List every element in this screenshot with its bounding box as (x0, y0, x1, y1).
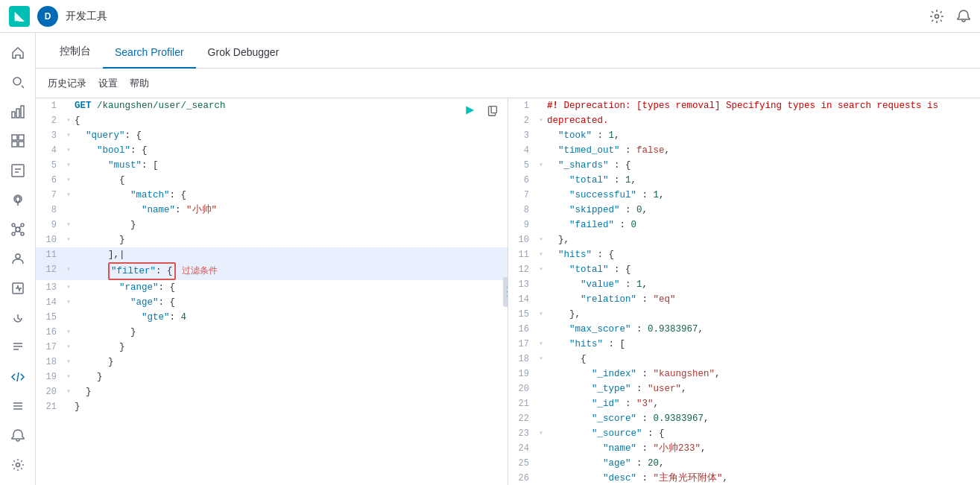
code-line: 21 } (36, 399, 508, 414)
main-layout: 控制台 Search Profiler Grok Debugger 历史记录 设… (0, 33, 980, 485)
code-line: 18 ▾ } (36, 355, 508, 370)
result-line: 3 "took" : 1, (508, 128, 980, 143)
sidebar (0, 33, 36, 485)
result-line: 19 "_index" : "kaungshen", (508, 367, 980, 381)
result-line: 10 ▾ }, (508, 232, 980, 247)
svg-point-13 (21, 224, 24, 226)
sidebar-item-maps[interactable] (3, 186, 33, 215)
svg-rect-4 (21, 106, 24, 118)
sidebar-item-home[interactable] (3, 39, 33, 67)
result-line: 16 "max_score" : 0.9383967, (508, 322, 980, 337)
code-line: 13 ▾ "range": { (36, 280, 508, 295)
result-line: 7 "successful" : 1, (508, 188, 980, 203)
sidebar-item-settings[interactable] (3, 451, 33, 479)
code-line: 5 ▾ "must": [ (36, 158, 508, 173)
nav-tabs: 控制台 Search Profiler Grok Debugger (36, 33, 980, 69)
result-line: 12 ▾ "total" : { (508, 262, 980, 277)
settings-icon[interactable] (929, 9, 944, 24)
tab-search-profiler[interactable]: Search Profiler (103, 37, 196, 69)
svg-point-14 (12, 232, 15, 235)
settings-button[interactable]: 设置 (98, 74, 118, 93)
result-line: 23 ▾ "_source" : { (508, 426, 980, 441)
code-line: 11 ],| (36, 247, 508, 262)
sidebar-item-apm[interactable] (3, 274, 33, 302)
result-line: 24 "name" : "小帅233", (508, 441, 980, 456)
result-line: 2 ▾ deprecated. (508, 113, 980, 128)
sidebar-item-canvas[interactable] (3, 156, 33, 185)
right-code-editor[interactable]: 1 #! Deprecation: [types removal] Specif… (508, 98, 980, 485)
copy-curl-button[interactable] (484, 101, 502, 119)
tab-console[interactable]: 控制台 (48, 36, 103, 69)
svg-point-0 (935, 14, 939, 18)
sidebar-item-logs[interactable] (3, 333, 33, 361)
code-line: 1 GET /kaungshen/user/_search (36, 98, 508, 113)
help-button[interactable]: 帮助 (130, 74, 149, 93)
code-line: 6 ▾ { (36, 173, 508, 188)
result-line: 13 "value" : 1, (508, 277, 980, 292)
left-editor-panel: 1 GET /kaungshen/user/_search 2 ▾ { 3 ▾ (36, 98, 508, 485)
svg-rect-2 (12, 112, 15, 118)
result-line: 17 ▾ "hits" : [ (508, 337, 980, 352)
result-line: 14 "relation" : "eq" (508, 292, 980, 307)
user-avatar[interactable]: D (37, 6, 58, 27)
sidebar-item-visualize[interactable] (3, 98, 33, 126)
result-line: 11 ▾ "hits" : { (508, 247, 980, 262)
editor-actions (460, 101, 502, 119)
code-line: 19 ▾ } (36, 370, 508, 384)
code-line: 10 ▾ } (36, 232, 508, 247)
result-line: 18 ▾ { (508, 352, 980, 367)
result-line: 5 ▾ "_shards" : { (508, 158, 980, 173)
result-line: 15 ▾ }, (508, 307, 980, 322)
result-line: 22 "_score" : 0.9383967, (508, 411, 980, 426)
code-line-filter: 12 ▾ "filter": {过滤条件 (36, 262, 508, 280)
sidebar-item-alert[interactable] (3, 422, 33, 450)
kibana-logo (9, 6, 30, 27)
tab-grok-debugger[interactable]: Grok Debugger (196, 37, 291, 69)
notifications-icon[interactable] (956, 9, 971, 24)
left-code-editor[interactable]: 1 GET /kaungshen/user/_search 2 ▾ { 3 ▾ (36, 98, 508, 485)
sidebar-item-dashboard[interactable] (3, 127, 33, 156)
code-line: 4 ▾ "bool": { (36, 143, 508, 158)
toolbar: 历史记录 设置 帮助 (36, 69, 980, 98)
result-line: 21 "_id" : "3", (508, 396, 980, 411)
sidebar-item-stack-management[interactable] (3, 392, 33, 420)
svg-rect-7 (12, 142, 17, 147)
sidebar-item-dev-tools[interactable] (3, 363, 33, 391)
result-line: 9 "failed" : 0 (508, 218, 980, 232)
svg-point-15 (21, 232, 24, 235)
app-title: 开发工具 (66, 10, 922, 23)
sidebar-item-ml[interactable] (3, 215, 33, 244)
svg-point-16 (16, 254, 20, 259)
svg-rect-6 (19, 135, 24, 140)
content-area: 控制台 Search Profiler Grok Debugger 历史记录 设… (36, 33, 980, 485)
code-line: 20 ▾ } (36, 384, 508, 399)
result-line: 1 #! Deprecation: [types removal] Specif… (508, 98, 980, 113)
result-line: 6 "total" : 1, (508, 173, 980, 188)
result-line: 25 "age" : 20, (508, 456, 980, 471)
run-button[interactable] (460, 101, 478, 119)
code-line: 3 ▾ "query": { (36, 128, 508, 143)
sidebar-item-discover[interactable] (3, 69, 33, 97)
result-line: 26 "desc" : "主角光环附体", (508, 471, 980, 485)
svg-point-18 (16, 463, 19, 467)
panel-resize-handle[interactable] (503, 277, 508, 307)
top-bar-actions (929, 9, 971, 24)
svg-rect-9 (12, 165, 24, 177)
code-line: 14 ▾ "age": { (36, 295, 508, 310)
result-line: 8 "skipped" : 0, (508, 203, 980, 218)
right-result-panel: 1 #! Deprecation: [types removal] Specif… (508, 98, 980, 485)
svg-rect-3 (16, 109, 19, 118)
code-line: 17 ▾ } (36, 340, 508, 355)
code-line: 8 "name": "小帅" (36, 203, 508, 218)
sidebar-item-uptime[interactable] (3, 304, 33, 332)
code-line: 2 ▾ { (36, 113, 508, 128)
svg-point-12 (12, 224, 15, 226)
svg-rect-5 (12, 135, 17, 140)
history-button[interactable]: 历史记录 (48, 74, 86, 93)
svg-rect-8 (19, 142, 24, 147)
top-bar: D 开发工具 (0, 0, 980, 33)
code-line: 15 "gte": 4 (36, 310, 508, 325)
editor-container: 1 GET /kaungshen/user/_search 2 ▾ { 3 ▾ (36, 98, 980, 485)
sidebar-item-user[interactable] (3, 245, 33, 273)
result-line: 4 "timed_out" : false, (508, 143, 980, 158)
